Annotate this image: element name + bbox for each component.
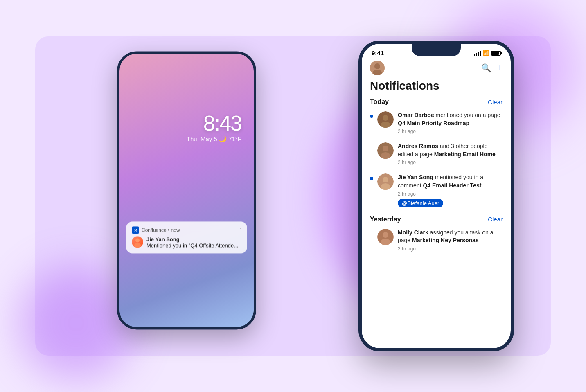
signal-icon [474, 51, 481, 56]
section-header-today: Today Clear [370, 98, 503, 106]
confluence-icon: ✕ [132, 226, 139, 234]
svg-point-15 [383, 232, 388, 238]
notif-time-2: 2 hr ago [398, 160, 503, 165]
app-header: 🔍 + [362, 56, 511, 78]
phone-front: 9:41 📶 [358, 41, 514, 351]
notif-time-1: 2 hr ago [398, 128, 503, 134]
notification-item-2[interactable]: Andres Ramos and 3 other people edited a… [370, 142, 503, 165]
section-label-today: Today [370, 98, 389, 106]
wifi-icon: 📶 [483, 50, 489, 56]
unread-dot-1 [370, 115, 373, 118]
notif-avatar-andres [377, 142, 394, 159]
notif-content-2: Andres Ramos and 3 other people edited a… [398, 142, 503, 165]
header-actions: 🔍 + [481, 63, 503, 73]
user-avatar[interactable] [370, 61, 385, 75]
no-dot-2 [370, 142, 373, 146]
battery-icon [491, 51, 501, 56]
svg-point-1 [134, 243, 141, 248]
notif-time-3: 2 hr ago [398, 191, 503, 197]
notif-content-4: Molly Clark assigned you a task on a pag… [398, 229, 503, 252]
status-time: 9:41 [372, 50, 384, 56]
notification-item-4[interactable]: Molly Clark assigned you a task on a pag… [370, 229, 503, 252]
section-header-yesterday: Yesterday Clear [370, 216, 503, 223]
lock-notif-avatar [132, 236, 143, 248]
section-label-yesterday: Yesterday [370, 216, 401, 223]
clear-yesterday-button[interactable]: Clear [488, 216, 503, 223]
svg-point-6 [383, 115, 388, 121]
chevron-icon: ˇ [240, 228, 241, 232]
no-dot-4 [370, 229, 373, 232]
svg-point-0 [135, 238, 140, 242]
lock-screen-date: Thu, May 5 🌙 71°F [187, 135, 241, 143]
svg-point-9 [383, 146, 388, 151]
notif-text-3: Jie Yan Song mentioned you in a comment … [398, 173, 503, 189]
svg-point-3 [374, 63, 380, 69]
notification-item-1[interactable]: Omar Darboe mentioned you on a page Q4 M… [370, 111, 503, 134]
page-title: Notifications [362, 78, 511, 98]
phone-notch [412, 44, 461, 56]
notif-text-4: Molly Clark assigned you a task on a pag… [398, 229, 503, 245]
notif-content-3: Jie Yan Song mentioned you in a comment … [398, 173, 503, 207]
notif-text-1: Omar Darboe mentioned you on a page Q4 M… [398, 111, 503, 127]
lock-screen-time: 8:43 [203, 111, 241, 135]
lock-notification-card: ✕ Confluence • now ˇ Jie Yan Song [126, 221, 247, 253]
notif-text-2: Andres Ramos and 3 other people edited a… [398, 142, 503, 158]
notifications-scroll[interactable]: Today Clear Omar Darboe mentioned you on… [362, 98, 511, 349]
notif-time-4: 2 hr ago [398, 246, 503, 252]
background-card: 8:43 Thu, May 5 🌙 71°F ✕ Confluence • no… [35, 36, 551, 356]
unread-dot-3 [370, 177, 373, 180]
notif-avatar-omar [377, 111, 394, 128]
svg-point-12 [383, 177, 388, 182]
notif-content-1: Omar Darboe mentioned you on a page Q4 M… [398, 111, 503, 134]
lock-notif-name: Jie Yan Song [146, 236, 238, 242]
notification-item-3[interactable]: Jie Yan Song mentioned you in a comment … [370, 173, 503, 207]
phone-back: 8:43 Thu, May 5 🌙 71°F ✕ Confluence • no… [117, 51, 256, 329]
status-icons: 📶 [474, 50, 501, 56]
clear-today-button[interactable]: Clear [488, 99, 503, 106]
notif-avatar-jie [377, 173, 394, 190]
bg-blob-bl [19, 266, 133, 380]
lock-notif-app-label: Confluence • now [142, 227, 238, 233]
lock-notif-preview: Mentioned you in "Q4 Offsite Attende... [146, 242, 238, 248]
mention-tag: @Stefanie Auer [398, 199, 443, 207]
search-icon[interactable]: 🔍 [481, 63, 491, 73]
add-icon[interactable]: + [497, 63, 503, 73]
notif-avatar-molly [377, 229, 394, 245]
